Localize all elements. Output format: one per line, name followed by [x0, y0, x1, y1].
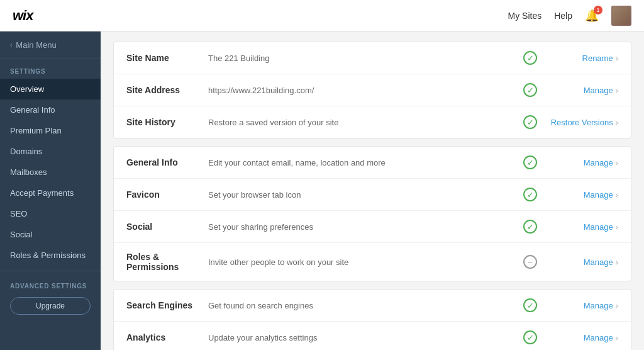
check-icon: ✓ [523, 330, 537, 344]
settings-section-label: SETTINGS [0, 59, 101, 79]
manage-link[interactable]: Manage [584, 257, 613, 267]
check-icon: ✓ [523, 220, 537, 234]
row-action: Manage › [543, 158, 618, 167]
chevron-right-icon: › [616, 158, 618, 167]
row-desc: Get found on search engines [208, 301, 518, 310]
row-desc: Edit your contact email, name, location … [208, 158, 518, 167]
row-desc: Invite other people to work on your site [208, 257, 518, 267]
main-menu-item[interactable]: ‹ Main Menu [0, 31, 101, 59]
manage-link[interactable]: Manage [584, 222, 613, 232]
main-content: Site Name The 221 Building ✓ Rename › Si… [101, 31, 644, 350]
status-icon: ✓ [518, 330, 543, 344]
sidebar-item-overview[interactable]: Overview [0, 79, 101, 99]
row-action: Manage › [543, 86, 618, 95]
row-action: Manage › [543, 301, 618, 310]
table-row: Site History Restore a saved version of … [114, 106, 631, 138]
table-row: Social Set your sharing preferences ✓ Ma… [114, 211, 631, 243]
status-icon: ✓ [518, 83, 543, 97]
card-general: General Info Edit your contact email, na… [113, 146, 631, 281]
sidebar: ‹ Main Menu SETTINGS Overview General In… [0, 31, 101, 350]
row-title: Social [126, 222, 208, 232]
chevron-right-icon: › [616, 257, 618, 267]
sidebar-divider [0, 271, 101, 271]
status-icon: ✓ [518, 115, 543, 129]
avatar[interactable] [611, 6, 631, 26]
chevron-right-icon: › [616, 54, 618, 63]
sidebar-item-domains[interactable]: Domains [0, 141, 101, 162]
row-action: Restore Versions › [543, 118, 618, 127]
row-action: Rename › [543, 54, 618, 63]
status-icon: ✓ [518, 51, 543, 65]
row-title: General Info [126, 157, 208, 167]
nav-right: My Sites Help 🔔 1 [508, 6, 631, 26]
notification-badge: 1 [594, 6, 602, 14]
table-row: Analytics Update your analytics settings… [114, 322, 631, 350]
row-desc: https://www.221building.com/ [208, 86, 518, 95]
upgrade-button[interactable]: Upgrade [10, 297, 91, 315]
chevron-right-icon: › [616, 301, 618, 310]
sidebar-item-general-info[interactable]: General Info [0, 99, 101, 120]
nav-left: wix [13, 8, 33, 24]
advanced-settings-label: ADVANCED SETTINGS [0, 276, 101, 293]
manage-link[interactable]: Manage [584, 333, 613, 342]
row-action: Manage › [543, 222, 618, 232]
restore-versions-link[interactable]: Restore Versions [551, 118, 613, 127]
row-title: Search Engines [126, 300, 208, 310]
status-icon: ✓ [518, 188, 543, 201]
row-action: Manage › [543, 333, 618, 342]
manage-link[interactable]: Manage [584, 301, 613, 310]
sidebar-item-mailboxes[interactable]: Mailboxes [0, 162, 101, 183]
manage-link[interactable]: Manage [584, 158, 613, 167]
chevron-right-icon: › [616, 190, 618, 200]
manage-link[interactable]: Manage [584, 190, 613, 200]
table-row: Roles & Permissions Invite other people … [114, 243, 631, 281]
table-row: Site Name The 221 Building ✓ Rename › [114, 42, 631, 74]
table-row: Favicon Set your browser tab icon ✓ Mana… [114, 179, 631, 211]
help-link[interactable]: Help [554, 11, 572, 21]
row-action: Manage › [543, 190, 618, 200]
check-icon: ✓ [523, 298, 537, 312]
card-advanced: Search Engines Get found on search engin… [113, 289, 631, 350]
chevron-right-icon: › [616, 118, 618, 127]
table-row: General Info Edit your contact email, na… [114, 147, 631, 179]
status-icon: ✓ [518, 220, 543, 234]
table-row: Search Engines Get found on search engin… [114, 290, 631, 322]
check-icon: ✓ [523, 155, 537, 169]
row-desc: Set your browser tab icon [208, 190, 518, 200]
status-icon: − [518, 255, 543, 269]
notification-bell[interactable]: 🔔 1 [585, 9, 599, 23]
row-title: Site Name [126, 53, 208, 63]
check-icon: ✓ [523, 51, 537, 65]
sidebar-item-seo[interactable]: SEO [0, 203, 101, 224]
rename-link[interactable]: Rename [582, 54, 613, 63]
row-title: Analytics [126, 332, 208, 342]
chevron-right-icon: › [616, 86, 618, 95]
manage-link[interactable]: Manage [584, 86, 613, 95]
status-icon: ✓ [518, 155, 543, 169]
chevron-right-icon: › [616, 333, 618, 342]
chevron-left-icon: ‹ [10, 42, 12, 48]
row-desc: Restore a saved version of your site [208, 118, 518, 127]
status-icon: ✓ [518, 298, 543, 312]
top-nav: wix My Sites Help 🔔 1 [0, 0, 644, 31]
row-desc: Set your sharing preferences [208, 222, 518, 232]
check-icon: ✓ [523, 83, 537, 97]
sidebar-item-premium-plan[interactable]: Premium Plan [0, 120, 101, 141]
row-title: Roles & Permissions [126, 252, 208, 272]
main-menu-label: Main Menu [16, 40, 56, 50]
table-row: Site Address https://www.221building.com… [114, 74, 631, 106]
row-title: Favicon [126, 189, 208, 200]
my-sites-link[interactable]: My Sites [508, 11, 542, 21]
row-desc: The 221 Building [208, 54, 518, 63]
check-icon: ✓ [523, 188, 537, 201]
wix-logo: wix [13, 8, 33, 24]
row-title: Site History [126, 117, 208, 127]
sidebar-item-accept-payments[interactable]: Accept Payments [0, 183, 101, 203]
chevron-right-icon: › [616, 222, 618, 232]
sidebar-item-roles-permissions[interactable]: Roles & Permissions [0, 245, 101, 266]
card-site-basics: Site Name The 221 Building ✓ Rename › Si… [113, 42, 631, 138]
sidebar-item-social[interactable]: Social [0, 224, 101, 245]
row-action: Manage › [543, 257, 618, 267]
check-icon: ✓ [523, 115, 537, 129]
row-title: Site Address [126, 85, 208, 95]
